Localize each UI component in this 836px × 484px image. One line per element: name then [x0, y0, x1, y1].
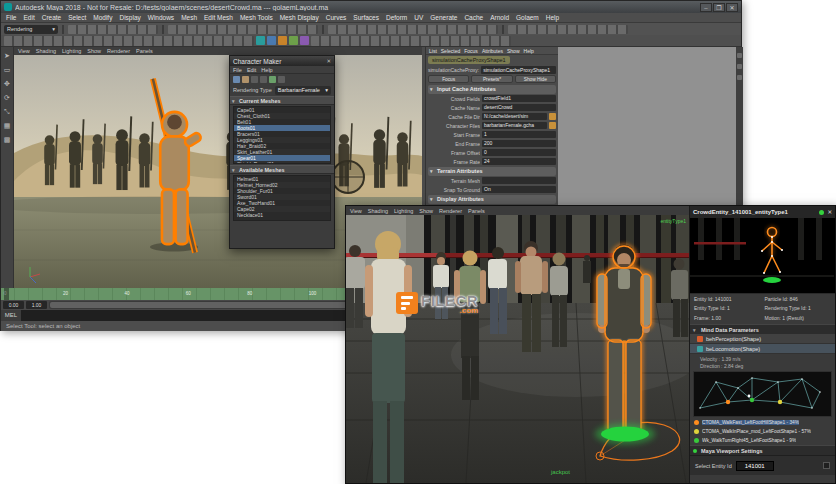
- shelf-icons[interactable]: [4, 36, 254, 46]
- selection-mask-toolbar[interactable]: [168, 25, 318, 34]
- tool-button[interactable]: ▦: [2, 121, 13, 131]
- entity-preview[interactable]: [690, 218, 835, 294]
- window-control-button[interactable]: –: [700, 3, 712, 12]
- close-icon[interactable]: ✕: [326, 58, 331, 64]
- window-control-button[interactable]: ❐: [713, 3, 725, 12]
- menu-item[interactable]: Show: [507, 48, 520, 54]
- menu-item[interactable]: File: [6, 14, 16, 21]
- node-name-field[interactable]: simulationCacheProxyShape1: [481, 66, 556, 74]
- menu-item[interactable]: Deform: [386, 14, 407, 21]
- menu-item[interactable]: Edit: [23, 14, 34, 21]
- menu-item[interactable]: Cache: [464, 14, 483, 21]
- command-line-language[interactable]: MEL: [1, 310, 21, 321]
- attribute-field[interactable]: [482, 177, 556, 184]
- menu-item[interactable]: Help: [546, 14, 559, 21]
- viewport-menu-item[interactable]: Show: [87, 48, 101, 54]
- shelf-icon-orange[interactable]: [278, 36, 287, 45]
- viewport-menu-item[interactable]: Shading: [36, 48, 56, 54]
- toolbar-icon[interactable]: [260, 76, 267, 83]
- toolbar-icon[interactable]: [251, 76, 258, 83]
- viewport-menu-item[interactable]: Shading: [368, 208, 388, 214]
- viewport-menu-item[interactable]: Lighting: [394, 208, 413, 214]
- viewport-menu-item[interactable]: Renderer: [107, 48, 130, 54]
- section-header[interactable]: Input Cache Attributes: [428, 85, 556, 94]
- viewport-menu-item[interactable]: View: [350, 208, 362, 214]
- toolbar-icon[interactable]: [242, 76, 249, 83]
- menu-item[interactable]: Mesh Tools: [240, 14, 273, 21]
- menu-item[interactable]: Display: [119, 14, 140, 21]
- tool-button[interactable]: ▭: [2, 65, 13, 75]
- node-tab[interactable]: simulationCacheProxyShape1: [428, 56, 510, 64]
- range-start-field[interactable]: 0.00: [3, 301, 24, 309]
- mesh-list-item[interactable]: Shield_Round01: [234, 161, 330, 164]
- shelf-icons-2[interactable]: [311, 36, 511, 46]
- menu-item[interactable]: Mesh: [181, 14, 197, 21]
- menu-item[interactable]: Create: [42, 14, 62, 21]
- render-toolbar[interactable]: [508, 25, 628, 34]
- viewport-settings-header[interactable]: Maya Viewport Settings: [690, 445, 835, 455]
- ae-header-button[interactable]: Focus: [428, 75, 469, 83]
- attribute-field[interactable]: On: [482, 186, 556, 193]
- toolbar-icon[interactable]: [278, 76, 285, 83]
- mind-data-header[interactable]: Mind Data Parameters: [690, 324, 835, 334]
- menu-item[interactable]: Select: [68, 14, 86, 21]
- motion-row[interactable]: CTOMA_WalkFast_LeftFootHillShape1 - 34%: [690, 418, 835, 427]
- viewport-menu-item[interactable]: Renderer: [439, 208, 462, 214]
- mesh-list-item[interactable]: Necklace01: [234, 212, 330, 218]
- toolbar-icon[interactable]: [269, 76, 276, 83]
- shelf-icon-purple[interactable]: [300, 36, 309, 45]
- section-header[interactable]: Display Attributes: [428, 195, 556, 204]
- attribute-field[interactable]: 24: [482, 158, 556, 165]
- menu-item[interactable]: Attributes: [482, 48, 503, 54]
- section-header[interactable]: Terrain Attributes: [428, 167, 556, 176]
- menu-item[interactable]: Generate: [430, 14, 457, 21]
- menu-item[interactable]: Help: [524, 48, 534, 54]
- menu-item[interactable]: Windows: [148, 14, 174, 21]
- select-entity-input[interactable]: [736, 461, 774, 471]
- motion-blend-graph[interactable]: [693, 371, 832, 417]
- tool-button[interactable]: ⤡: [2, 107, 13, 117]
- folder-icon[interactable]: [549, 122, 556, 129]
- motion-row[interactable]: Wk_WalkTurnRight45_LeftFootShape1 - 9%: [690, 436, 835, 445]
- playback-start-field[interactable]: 1.00: [26, 301, 47, 309]
- menu-item[interactable]: Curves: [326, 14, 347, 21]
- menu-item[interactable]: UV: [414, 14, 423, 21]
- toolbar-icon[interactable]: [233, 76, 240, 83]
- menu-item[interactable]: Edit: [247, 67, 256, 73]
- person[interactable]: [488, 247, 507, 334]
- menu-item[interactable]: Mesh Display: [280, 14, 319, 21]
- menu-item[interactable]: Arnold: [490, 14, 509, 21]
- shelf-icon-blue[interactable]: [267, 36, 276, 45]
- menu-item[interactable]: Selected: [441, 48, 460, 54]
- current-frame-marker[interactable]: [4, 288, 9, 300]
- motion-row[interactable]: CTOMA_WalkInPlace_mod_LeftFootShape1 - 5…: [690, 427, 835, 436]
- target-locator[interactable]: [595, 424, 655, 444]
- shelf-icon-green[interactable]: [289, 36, 298, 45]
- behavior-item[interactable]: behPerception(Shape): [690, 334, 835, 344]
- window-control-button[interactable]: ✕: [726, 3, 738, 12]
- behavior-item[interactable]: beLocomotion(Shape): [690, 344, 835, 354]
- viewport-menu-item[interactable]: Panels: [136, 48, 153, 54]
- person[interactable]: [671, 259, 688, 338]
- attribute-field[interactable]: barbarianFemale.gcha: [482, 122, 547, 129]
- channel-box-icon[interactable]: [737, 75, 742, 80]
- person[interactable]: [346, 245, 365, 328]
- menu-set-selector[interactable]: Rendering▾: [4, 25, 58, 34]
- current-meshes-header[interactable]: Current Meshes: [230, 96, 334, 105]
- crowd-viewport-canvas[interactable]: jackpot entityType1: [346, 215, 690, 483]
- tool-button[interactable]: ▩: [2, 135, 13, 145]
- attribute-field[interactable]: 1: [482, 131, 556, 138]
- viewport-menu-item[interactable]: Lighting: [62, 48, 81, 54]
- attribute-field[interactable]: 0: [482, 149, 556, 156]
- viewport-menu-item[interactable]: Show: [419, 208, 433, 214]
- ae-header-button[interactable]: Presets*: [471, 75, 512, 83]
- menu-item[interactable]: File: [233, 67, 242, 73]
- file-toolbar[interactable]: [68, 25, 158, 34]
- menu-item[interactable]: Surfaces: [353, 14, 379, 21]
- shelf-icon-teal[interactable]: [256, 36, 265, 45]
- attribute-field[interactable]: crowdField1: [482, 95, 556, 102]
- viewport-menu-item[interactable]: View: [18, 48, 30, 54]
- close-icon[interactable]: ✕: [827, 209, 832, 215]
- snap-toolbar[interactable]: [328, 25, 498, 34]
- tool-button[interactable]: ✥: [2, 79, 13, 89]
